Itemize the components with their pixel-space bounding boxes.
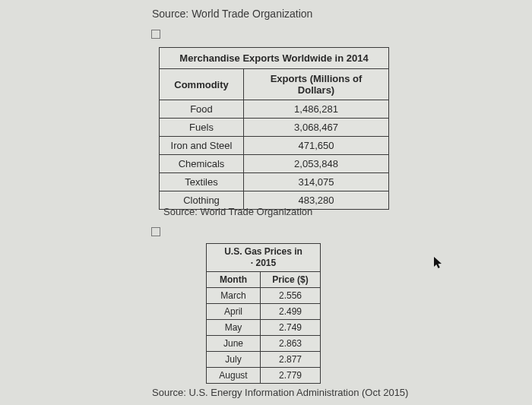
cell-commodity: Food — [160, 100, 244, 119]
checkbox-1[interactable] — [151, 30, 160, 39]
cell-price: 2.877 — [261, 352, 321, 368]
table-exports: Merchandise Exports Worldwide in 2014 Co… — [159, 47, 389, 210]
cell-month: April — [207, 304, 261, 320]
cell-month: March — [207, 288, 261, 304]
table-gas-title-line1: U.S. Gas Prices in — [224, 246, 302, 257]
cell-value: 314,075 — [244, 173, 389, 191]
cell-value: 2,053,848 — [244, 155, 389, 173]
cell-value: 3,068,467 — [244, 119, 389, 137]
cell-commodity: Chemicals — [160, 155, 244, 173]
page: Source: World Trade Organization Merchan… — [0, 0, 532, 405]
cell-month: July — [207, 352, 261, 368]
cell-month: August — [207, 368, 261, 384]
cell-price: 2.556 — [261, 288, 321, 304]
cell-price: 2.499 — [261, 304, 321, 320]
table-exports-title: Merchandise Exports Worldwide in 2014 — [160, 48, 389, 69]
table-row: Food 1,486,281 — [160, 100, 389, 119]
table-row: July 2.877 — [207, 352, 321, 368]
checkbox-2[interactable] — [151, 227, 160, 236]
table-row: August 2.779 — [207, 368, 321, 384]
table-row: March 2.556 — [207, 288, 321, 304]
table-row: Textiles 314,075 — [160, 173, 389, 191]
table-row: Fuels 3,068,467 — [160, 119, 389, 137]
source-text-bottom: Source: U.S. Energy Information Administ… — [152, 387, 408, 398]
table-row: June 2.863 — [207, 336, 321, 352]
cell-month: May — [207, 320, 261, 336]
table-gas-colhead-price: Price ($) — [261, 272, 321, 288]
table-gas-colhead-month: Month — [207, 272, 261, 288]
cell-commodity: Textiles — [160, 173, 244, 191]
cell-month: June — [207, 336, 261, 352]
cell-value: 1,486,281 — [244, 100, 389, 119]
source-text-mid: Source: World Trade Organization — [163, 206, 312, 217]
cell-price: 2.779 — [261, 368, 321, 384]
cell-price: 2.749 — [261, 320, 321, 336]
cell-value: 471,650 — [244, 137, 389, 155]
table-gas-title: U.S. Gas Prices in · 2015 — [207, 244, 321, 272]
cell-commodity: Iron and Steel — [160, 137, 244, 155]
table-row: Chemicals 2,053,848 — [160, 155, 389, 173]
table-gas-prices: U.S. Gas Prices in · 2015 Month Price ($… — [206, 243, 321, 384]
cursor-icon — [433, 256, 444, 270]
table-exports-colhead-commodity: Commodity — [160, 69, 244, 100]
cell-commodity: Fuels — [160, 119, 244, 137]
source-text-top: Source: World Trade Organization — [152, 8, 312, 20]
table-row: Iron and Steel 471,650 — [160, 137, 389, 155]
table-exports-colhead-value: Exports (Millions of Dollars) — [244, 69, 389, 100]
table-row: April 2.499 — [207, 304, 321, 320]
table-gas-title-line2: · 2015 — [251, 258, 276, 268]
cell-price: 2.863 — [261, 336, 321, 352]
table-row: May 2.749 — [207, 320, 321, 336]
